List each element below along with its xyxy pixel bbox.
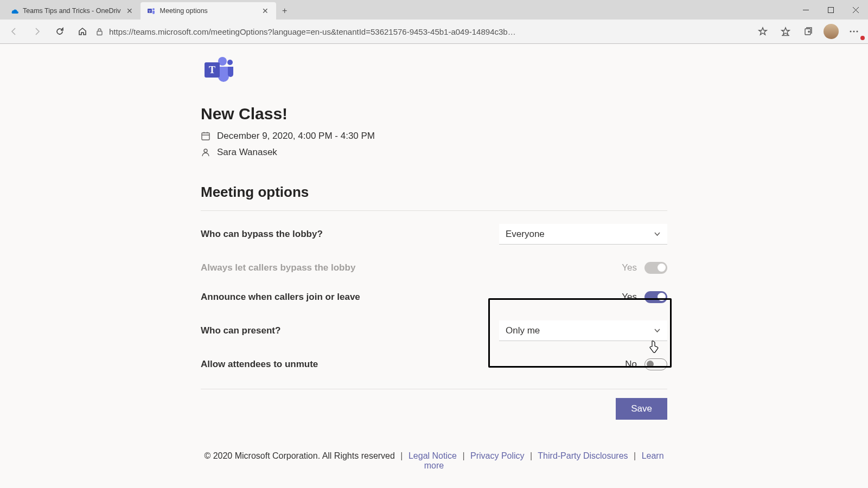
tab-label: Meeting options bbox=[160, 7, 257, 15]
option-label: Who can bypass the lobby? bbox=[201, 229, 323, 240]
close-window-button[interactable] bbox=[843, 0, 868, 20]
browser-chrome: Teams Tips and Tricks - OneDriv ✕ T Meet… bbox=[0, 0, 868, 44]
present-select[interactable]: Only me bbox=[499, 320, 667, 341]
favorites-bar-button[interactable] bbox=[776, 22, 795, 41]
svg-point-14 bbox=[857, 31, 858, 33]
option-unmute: Allow attendees to unmute No bbox=[201, 350, 667, 379]
meeting-title: New Class! bbox=[201, 105, 667, 123]
bypass-lobby-select[interactable]: Everyone bbox=[499, 224, 667, 245]
option-label: Who can present? bbox=[201, 325, 280, 336]
chevron-down-icon bbox=[654, 230, 661, 237]
url-text: https://teams.microsoft.com/meetingOptio… bbox=[109, 27, 516, 36]
minimize-button[interactable] bbox=[793, 0, 818, 20]
profile-button[interactable] bbox=[821, 22, 841, 41]
svg-rect-7 bbox=[97, 31, 102, 35]
address-bar[interactable]: https://teams.microsoft.com/meetingOptio… bbox=[95, 27, 750, 36]
svg-text:T: T bbox=[209, 65, 215, 75]
page-content: T New Class! December 9, 2020, 4:00 PM -… bbox=[0, 44, 868, 488]
footer-link-legal[interactable]: Legal Notice bbox=[409, 451, 457, 460]
copyright: © 2020 Microsoft Corporation. All Rights… bbox=[204, 451, 395, 460]
chevron-down-icon bbox=[654, 327, 661, 334]
close-icon[interactable]: ✕ bbox=[261, 5, 270, 16]
home-button[interactable] bbox=[73, 22, 92, 41]
option-label: Allow attendees to unmute bbox=[201, 359, 318, 370]
svg-point-2 bbox=[152, 8, 155, 10]
svg-rect-4 bbox=[828, 7, 833, 12]
save-button[interactable]: Save bbox=[616, 398, 667, 420]
select-value: Everyone bbox=[506, 229, 545, 240]
toggle-value: Yes bbox=[622, 262, 637, 273]
announce-toggle[interactable] bbox=[644, 291, 667, 303]
option-announce: Announce when callers join or leave Yes bbox=[201, 282, 667, 312]
lock-icon bbox=[95, 28, 104, 36]
meeting-datetime: December 9, 2020, 4:00 PM - 4:30 PM bbox=[217, 131, 375, 142]
teams-icon: T bbox=[147, 7, 156, 15]
meeting-datetime-row: December 9, 2020, 4:00 PM - 4:30 PM bbox=[201, 131, 667, 142]
svg-point-13 bbox=[853, 31, 855, 33]
back-button[interactable] bbox=[4, 22, 24, 41]
calendar-icon bbox=[201, 131, 210, 141]
window-controls bbox=[793, 0, 868, 20]
footer-link-thirdparty[interactable]: Third-Party Disclosures bbox=[538, 451, 628, 460]
toggle-value: Yes bbox=[622, 292, 637, 303]
svg-point-16 bbox=[227, 60, 233, 65]
meeting-organizer: Sara Wanasek bbox=[217, 147, 277, 158]
svg-text:T: T bbox=[148, 9, 151, 14]
toggle-value: No bbox=[622, 359, 637, 370]
svg-point-23 bbox=[204, 149, 207, 152]
close-icon[interactable]: ✕ bbox=[125, 5, 134, 16]
forward-button[interactable] bbox=[27, 22, 47, 41]
option-present: Who can present? Only me bbox=[201, 312, 667, 350]
meeting-organizer-row: Sara Wanasek bbox=[201, 147, 667, 158]
callers-bypass-toggle bbox=[644, 262, 667, 274]
svg-rect-19 bbox=[202, 133, 209, 140]
tab-strip: Teams Tips and Tricks - OneDriv ✕ T Meet… bbox=[0, 0, 868, 20]
divider bbox=[201, 210, 667, 211]
new-tab-button[interactable]: + bbox=[276, 2, 293, 20]
avatar bbox=[824, 24, 839, 39]
browser-toolbar: https://teams.microsoft.com/meetingOptio… bbox=[0, 20, 868, 43]
refresh-button[interactable] bbox=[50, 22, 69, 41]
tab-label: Teams Tips and Tricks - OneDriv bbox=[23, 7, 121, 15]
onedrive-icon bbox=[10, 7, 18, 15]
footer: © 2020 Microsoft Corporation. All Rights… bbox=[201, 420, 667, 481]
tab-meeting-options[interactable]: T Meeting options ✕ bbox=[141, 2, 276, 20]
unmute-toggle[interactable] bbox=[644, 358, 667, 370]
section-title: Meeting options bbox=[201, 184, 667, 201]
tab-onedrive[interactable]: Teams Tips and Tricks - OneDriv ✕ bbox=[3, 2, 141, 20]
favorite-button[interactable] bbox=[753, 22, 773, 41]
divider bbox=[201, 389, 667, 389]
maximize-button[interactable] bbox=[818, 0, 843, 20]
select-value: Only me bbox=[506, 325, 540, 336]
option-label: Always let callers bypass the lobby bbox=[201, 262, 355, 273]
collections-button[interactable] bbox=[799, 22, 818, 41]
option-callers-bypass: Always let callers bypass the lobby Yes bbox=[201, 253, 667, 282]
person-icon bbox=[201, 147, 210, 157]
option-label: Announce when callers join or leave bbox=[201, 292, 360, 303]
footer-link-privacy[interactable]: Privacy Policy bbox=[470, 451, 525, 460]
menu-button[interactable] bbox=[844, 22, 864, 41]
option-bypass-lobby: Who can bypass the lobby? Everyone bbox=[201, 215, 667, 253]
teams-logo: T bbox=[203, 55, 667, 84]
svg-point-12 bbox=[850, 31, 852, 33]
